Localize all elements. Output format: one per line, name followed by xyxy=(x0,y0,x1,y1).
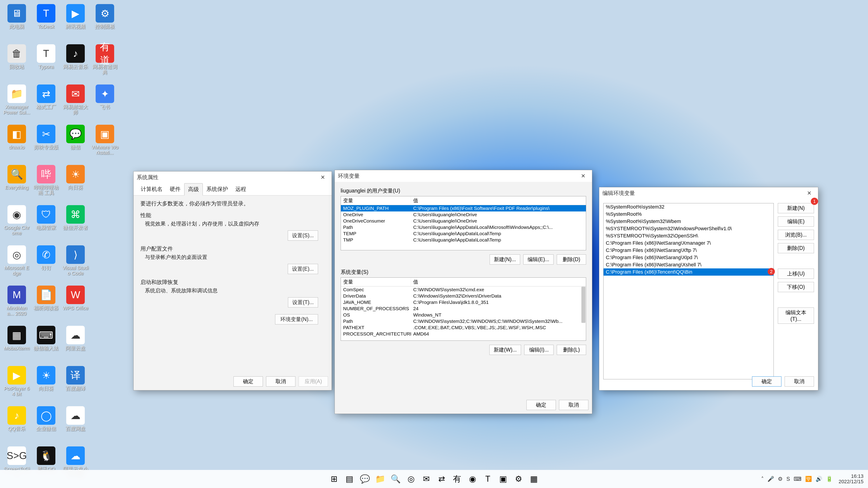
tray-icon[interactable]: 🔋 xyxy=(826,476,833,482)
path-item[interactable]: C:\Program Files (x86)\NetSarang\Xlpd 7\ xyxy=(603,254,774,261)
browse-button[interactable]: 浏览(B)... xyxy=(778,230,814,240)
path-item[interactable]: C:\Program Files (x86)\Tencent\QQ\Bin2 xyxy=(603,268,774,275)
col-header-value[interactable]: 值 xyxy=(411,278,586,286)
desktop-icon[interactable]: 🔍Everything xyxy=(2,163,31,202)
col-header-value[interactable]: 值 xyxy=(411,196,586,205)
path-item[interactable]: C:\Program Files (x86)\NetSarang\Xshell … xyxy=(603,261,774,268)
table-row[interactable]: PathC:\WINDOWS\system32;C:\WINDOWS;C:\WI… xyxy=(341,318,586,324)
titlebar[interactable]: 编辑环境变量 ✕ xyxy=(599,187,818,199)
close-icon[interactable]: ✕ xyxy=(804,190,815,196)
col-header-variable[interactable]: 变量 xyxy=(341,278,411,286)
desktop-icon[interactable]: ◎Microsoft Edge xyxy=(2,243,31,283)
desktop-icon[interactable]: ✦飞书 xyxy=(90,83,119,122)
col-header-variable[interactable]: 变量 xyxy=(341,196,411,205)
table-row[interactable]: MOZ_PLUGIN_PATHC:\Program Files (x86)\Fo… xyxy=(341,205,586,212)
taskbar-app-icon[interactable]: 🔍 xyxy=(389,472,403,486)
tray-time[interactable]: 16:13 xyxy=(839,474,864,479)
path-item[interactable]: C:\Program Files (x86)\NetSarang\Xftp 7\ xyxy=(603,247,774,254)
titlebar[interactable]: 系统属性 ✕ xyxy=(133,171,332,183)
user-delete-button[interactable]: 删除(D) xyxy=(557,254,586,265)
taskbar-app-icon[interactable]: ◉ xyxy=(465,472,479,486)
tab-1[interactable]: 硬件 xyxy=(166,183,184,195)
desktop-icon[interactable]: ✆钉钉 xyxy=(32,243,61,283)
scrollbar-thumb[interactable] xyxy=(581,287,585,323)
tab-3[interactable]: 系统保护 xyxy=(203,183,232,195)
tab-2[interactable]: 高级 xyxy=(184,183,203,195)
ok-button[interactable]: 确定 xyxy=(752,377,781,387)
desktop-icon[interactable]: ▶腾讯视频 xyxy=(61,2,90,41)
desktop-icon[interactable]: ⇄格式工厂 xyxy=(32,83,61,122)
close-icon[interactable]: ✕ xyxy=(578,173,589,179)
table-row[interactable]: NUMBER_OF_PROCESSORS24 xyxy=(341,305,586,312)
sys-edit-button[interactable]: 编辑(I)... xyxy=(524,345,554,355)
desktop-icon[interactable]: ⟩Visual Studio Code xyxy=(61,243,90,283)
desktop-icon[interactable]: 译百度翻译 xyxy=(61,364,90,403)
ok-button[interactable]: 确定 xyxy=(234,377,263,387)
desktop-icon[interactable]: ♪QQ音乐 xyxy=(2,404,31,444)
desktop-icon[interactable]: ◉Google Chrome xyxy=(2,203,31,242)
desktop-icon[interactable]: ♪网易云音乐 xyxy=(61,42,90,82)
taskbar-app-icon[interactable]: ⊞ xyxy=(327,472,341,486)
tray-date[interactable]: 2022/12/15 xyxy=(839,479,864,484)
desktop-icon[interactable]: TTypora xyxy=(32,42,61,82)
desktop-icon[interactable]: 📄福昕阅读器 xyxy=(32,284,61,323)
cancel-button[interactable]: 取消 xyxy=(784,377,814,387)
edit-button[interactable]: 编辑(E) xyxy=(778,217,814,227)
desktop-icon[interactable]: ⌘微信开发者 xyxy=(61,203,90,242)
desktop-icon[interactable]: MMindMana... 2020 xyxy=(2,284,31,323)
user-vars-table[interactable]: 变量 值 MOZ_PLUGIN_PATHC:\Program Files (x8… xyxy=(341,196,586,250)
desktop-icon[interactable]: ✂剪映专业版 xyxy=(32,123,61,162)
taskbar-app-icon[interactable]: ▤ xyxy=(342,472,356,486)
table-row[interactable]: PATHEXT.COM;.EXE;.BAT;.CMD;.VBS;.VBE;.JS… xyxy=(341,324,586,331)
tray-icon[interactable]: S xyxy=(786,476,790,482)
desktop-icon[interactable]: ◧draw.io xyxy=(2,123,31,162)
desktop-icon[interactable]: 🖥此电脑 xyxy=(2,2,31,41)
sys-delete-button[interactable]: 删除(L) xyxy=(557,345,586,355)
desktop-icon[interactable]: TToDesk xyxy=(32,2,61,41)
desktop-icon[interactable]: WWPS Office xyxy=(61,284,90,323)
tray-icon[interactable]: 🔊 xyxy=(815,476,822,482)
tab-4[interactable]: 远程 xyxy=(232,183,250,195)
table-row[interactable]: ComSpecC:\WINDOWS\system32\cmd.exe xyxy=(341,287,586,293)
table-row[interactable]: TEMPC:\Users\liuguanglei\AppData\Local\T… xyxy=(341,230,586,237)
table-row[interactable]: PathC:\Users\liuguanglei\AppData\Local\M… xyxy=(341,224,586,230)
desktop-icon[interactable]: 🗑回收站 xyxy=(2,42,31,82)
table-row[interactable]: JAVA_HOMEC:\Program Files\Java\jdk1.8.0_… xyxy=(341,299,586,305)
desktop-icon[interactable]: ☀向日葵 xyxy=(61,163,90,202)
tray-icon[interactable]: ⚙ xyxy=(778,476,783,482)
table-row[interactable]: OneDriveC:\Users\liuguanglei\OneDrive xyxy=(341,212,586,218)
desktop-icon[interactable]: ▦MobaXterm xyxy=(2,324,31,363)
table-row[interactable]: PROCESSOR_ARCHITECTUREAMD64 xyxy=(341,331,586,337)
startup-settings-button[interactable]: 设置(T)... xyxy=(288,297,318,307)
sys-new-button[interactable]: 新建(W)... xyxy=(489,345,521,355)
desktop-icon[interactable]: 🛡电脑管家 xyxy=(32,203,61,242)
taskbar-app-icon[interactable]: 💬 xyxy=(358,472,372,486)
edit-text-button[interactable]: 编辑文本(T)... xyxy=(778,307,814,324)
taskbar-app-icon[interactable]: ▦ xyxy=(527,472,541,486)
taskbar-app-icon[interactable]: ◎ xyxy=(404,472,418,486)
path-item[interactable]: %SystemRoot%\System32\Wbem xyxy=(603,218,774,225)
delete-button[interactable]: 删除(D) xyxy=(778,243,814,253)
taskbar-app-icon[interactable]: ✉ xyxy=(419,472,433,486)
cancel-button[interactable]: 取消 xyxy=(559,400,588,410)
path-item[interactable]: %SYSTEMROOT%\System32\OpenSSH\ xyxy=(603,232,774,239)
taskbar-app-icon[interactable]: 📁 xyxy=(373,472,387,486)
tray-icon[interactable]: 🎤 xyxy=(767,476,774,482)
taskbar-app-icon[interactable]: 有 xyxy=(450,472,464,486)
profiles-settings-button[interactable]: 设置(E)... xyxy=(288,264,318,274)
user-new-button[interactable]: 新建(N)... xyxy=(490,254,520,265)
taskbar-app-icon[interactable]: ⚙ xyxy=(512,472,526,486)
env-vars-button[interactable]: 环境变量(N)... xyxy=(275,314,318,324)
sys-vars-table[interactable]: 变量 值 ComSpecC:\WINDOWS\system32\cmd.exeD… xyxy=(341,278,586,341)
desktop-icon[interactable]: ☁阿里云盘 xyxy=(61,324,90,363)
tray-icon[interactable]: 🛜 xyxy=(805,476,812,482)
desktop-icon[interactable]: ▣VMware Workstati... xyxy=(90,123,119,162)
taskbar-app-icon[interactable]: T xyxy=(481,472,495,486)
table-row[interactable]: DriverDataC:\Windows\System32\Drivers\Dr… xyxy=(341,293,586,299)
ok-button[interactable]: 确定 xyxy=(526,400,556,410)
close-icon[interactable]: ✕ xyxy=(317,174,329,181)
path-item[interactable]: %SystemRoot% xyxy=(603,210,774,218)
new-button[interactable]: 新建(N) xyxy=(778,203,814,213)
desktop-icon[interactable]: ▶PotPlayer 64 bit xyxy=(2,364,31,403)
tray-icon[interactable]: ⌨ xyxy=(794,476,802,482)
